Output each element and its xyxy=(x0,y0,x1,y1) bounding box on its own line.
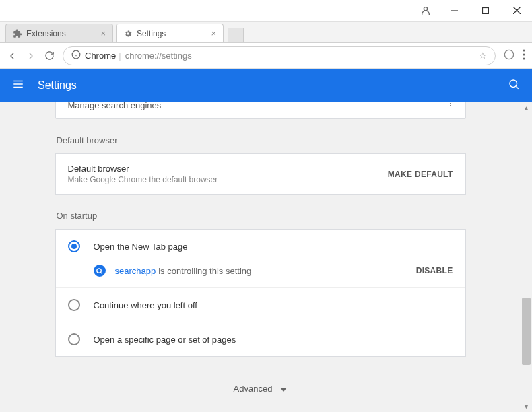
svg-line-18 xyxy=(101,272,102,273)
advanced-toggle[interactable]: Advanced xyxy=(55,384,466,394)
reload-button[interactable] xyxy=(44,50,55,61)
option-label: Continue where you left off xyxy=(94,300,197,310)
controlling-extension-name[interactable]: searchapp xyxy=(115,266,156,276)
scroll-up-icon[interactable]: ▲ xyxy=(521,102,532,114)
close-icon[interactable]: × xyxy=(211,28,216,38)
omnibox-scheme: Chrome xyxy=(85,50,116,61)
user-profile-icon[interactable] xyxy=(412,5,439,16)
settings-header: Settings xyxy=(0,69,532,102)
default-browser-subtitle: Make Google Chrome the default browser xyxy=(68,175,218,184)
settings-content: Manage search engines Default browser De… xyxy=(0,102,521,412)
forward-button[interactable] xyxy=(26,50,36,61)
back-button[interactable] xyxy=(7,50,18,61)
chevron-right-icon xyxy=(448,102,453,110)
option-label: Open the New Tab page xyxy=(94,242,188,252)
user-circle-icon[interactable] xyxy=(504,49,514,63)
default-browser-title: Default browser xyxy=(68,164,218,174)
row-label: Manage search engines xyxy=(68,102,162,110)
disable-button[interactable]: DISABLE xyxy=(416,266,453,275)
close-icon[interactable]: × xyxy=(100,28,106,38)
browser-toolbar: Chrome | chrome://settings ☆ xyxy=(0,43,532,69)
startup-option-continue[interactable]: Continue where you left off xyxy=(56,288,465,322)
scrollbar-thumb[interactable] xyxy=(522,298,531,365)
chevron-down-icon xyxy=(280,384,287,394)
window-maximize-button[interactable] xyxy=(470,0,501,22)
svg-line-16 xyxy=(516,86,518,88)
svg-rect-2 xyxy=(483,7,489,13)
search-icon[interactable] xyxy=(508,78,520,93)
tab-settings[interactable]: Settings × xyxy=(116,24,224,42)
hamburger-icon[interactable] xyxy=(12,78,24,93)
menu-icon[interactable] xyxy=(523,49,525,63)
gear-icon xyxy=(123,29,133,38)
tab-label: Settings xyxy=(137,29,166,38)
window-titlebar xyxy=(0,0,532,22)
address-bar[interactable]: Chrome | chrome://settings ☆ xyxy=(63,46,496,65)
manage-search-engines-row[interactable]: Manage search engines xyxy=(55,102,466,119)
tab-extensions[interactable]: Extensions × xyxy=(5,24,113,42)
vertical-scrollbar[interactable]: ▲ ▼ xyxy=(521,102,532,412)
window-minimize-button[interactable] xyxy=(439,0,470,22)
info-icon xyxy=(71,50,81,61)
default-browser-card: Default browser Make Google Chrome the d… xyxy=(55,153,466,195)
svg-marker-19 xyxy=(280,388,287,392)
puzzle-icon xyxy=(13,29,22,38)
extension-control-notice: searchapp is controlling this setting DI… xyxy=(56,258,465,288)
search-badge-icon xyxy=(94,265,106,277)
svg-point-17 xyxy=(97,268,101,272)
startup-option-new-tab[interactable]: Open the New Tab page xyxy=(56,230,465,258)
window-close-button[interactable] xyxy=(501,0,532,22)
make-default-button[interactable]: MAKE DEFAULT xyxy=(388,170,453,179)
section-heading-default-browser: Default browser xyxy=(57,135,466,145)
svg-point-11 xyxy=(523,57,525,59)
advanced-label: Advanced xyxy=(234,384,273,394)
startup-option-specific-pages[interactable]: Open a specific page or set of pages xyxy=(56,322,465,356)
omnibox-path: chrome://settings xyxy=(125,50,192,61)
bookmark-star-icon[interactable]: ☆ xyxy=(479,50,487,61)
startup-card: Open the New Tab page searchapp is contr… xyxy=(55,229,466,357)
tab-strip: Extensions × Settings × xyxy=(0,22,532,43)
radio-unselected-icon xyxy=(68,333,80,345)
section-heading-on-startup: On startup xyxy=(57,211,466,221)
scroll-down-icon[interactable]: ▼ xyxy=(521,401,532,412)
page-title: Settings xyxy=(38,79,508,92)
tab-label: Extensions xyxy=(26,29,66,38)
radio-selected-icon xyxy=(68,240,80,252)
svg-point-15 xyxy=(510,80,517,88)
new-tab-button[interactable] xyxy=(228,28,244,42)
svg-point-9 xyxy=(523,49,525,51)
svg-point-0 xyxy=(424,7,427,10)
svg-point-8 xyxy=(504,50,513,59)
controlling-message: is controlling this setting xyxy=(158,266,251,276)
radio-unselected-icon xyxy=(68,299,80,311)
option-label: Open a specific page or set of pages xyxy=(94,335,236,345)
svg-point-10 xyxy=(523,53,525,55)
